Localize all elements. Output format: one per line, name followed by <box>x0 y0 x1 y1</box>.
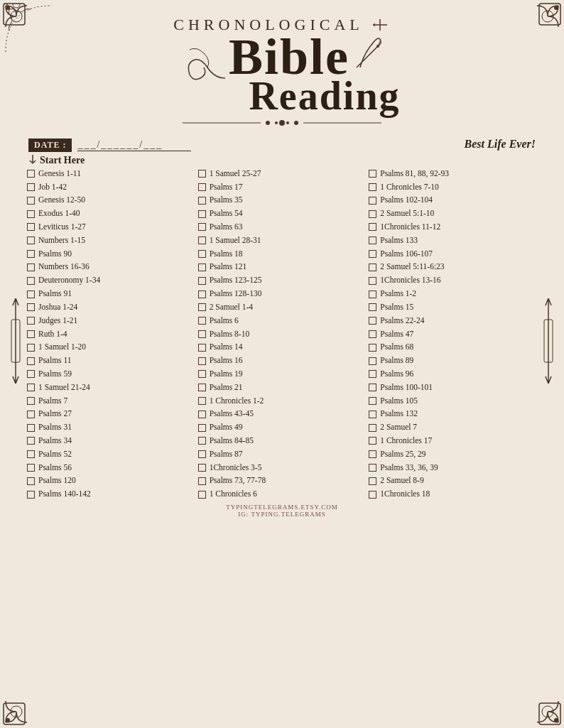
reading-checkbox[interactable] <box>198 170 206 178</box>
reading-checkbox[interactable] <box>27 290 35 298</box>
reading-checkbox[interactable] <box>198 183 206 191</box>
reading-checkbox[interactable] <box>27 464 35 472</box>
reading-checkbox[interactable] <box>369 411 376 418</box>
list-item: Psalms 47 <box>369 328 537 341</box>
reading-checkbox[interactable] <box>27 384 35 391</box>
reading-checkbox[interactable] <box>27 223 35 231</box>
svg-point-5 <box>555 6 559 10</box>
list-item: 1Chronicles 13-16 <box>369 274 537 287</box>
list-item: Judges 1-21 <box>27 315 195 327</box>
reading-checkbox[interactable] <box>198 357 206 365</box>
reading-item-text: Psalms 121 <box>210 261 247 273</box>
svg-point-11 <box>555 719 559 723</box>
reading-checkbox[interactable] <box>198 477 206 485</box>
reading-item-text: Genesis 1-11 <box>38 168 81 180</box>
reading-checkbox[interactable] <box>27 317 35 325</box>
reading-checkbox[interactable] <box>369 424 376 432</box>
reading-checkbox[interactable] <box>369 477 376 485</box>
reading-checkbox[interactable] <box>369 384 376 391</box>
list-item: 1Chronicles 11-12 <box>369 221 537 234</box>
reading-checkbox[interactable] <box>27 277 35 285</box>
list-item: Psalms 68 <box>369 341 537 354</box>
reading-checkbox[interactable] <box>27 183 35 191</box>
reading-checkbox[interactable] <box>27 330 35 338</box>
reading-checkbox[interactable] <box>369 170 376 178</box>
reading-checkbox[interactable] <box>369 370 376 378</box>
reading-checkbox[interactable] <box>369 357 376 365</box>
reading-checkbox[interactable] <box>198 210 206 218</box>
reading-checkbox[interactable] <box>198 384 206 391</box>
reading-checkbox[interactable] <box>198 491 206 499</box>
reading-checkbox[interactable] <box>27 197 35 205</box>
reading-checkbox[interactable] <box>369 183 376 191</box>
reading-checkbox[interactable] <box>369 330 376 338</box>
reading-checkbox[interactable] <box>27 237 35 244</box>
reading-checkbox[interactable] <box>369 344 376 352</box>
reading-checkbox[interactable] <box>27 357 35 365</box>
reading-checkbox[interactable] <box>198 450 206 458</box>
reading-checkbox[interactable] <box>27 370 35 378</box>
reading-checkbox[interactable] <box>369 317 376 325</box>
reading-checkbox[interactable] <box>198 223 206 231</box>
list-item: 1 Samuel 25-27 <box>198 168 367 180</box>
reading-checkbox[interactable] <box>369 437 376 445</box>
reading-checkbox[interactable] <box>198 424 206 432</box>
reading-checkbox[interactable] <box>27 477 35 485</box>
reading-checkbox[interactable] <box>369 277 376 285</box>
reading-checkbox[interactable] <box>369 237 376 244</box>
reading-checkbox[interactable] <box>198 197 206 205</box>
reading-checkbox[interactable] <box>369 210 376 218</box>
reading-checkbox[interactable] <box>27 491 35 499</box>
reading-checkbox[interactable] <box>369 303 376 311</box>
reading-checkbox[interactable] <box>198 250 206 258</box>
reading-checkbox[interactable] <box>27 450 35 458</box>
reading-checkbox[interactable] <box>27 170 35 178</box>
reading-checkbox[interactable] <box>369 397 376 405</box>
reading-checkbox[interactable] <box>27 264 35 271</box>
reading-checkbox[interactable] <box>198 303 206 311</box>
reading-checkbox[interactable] <box>27 210 35 218</box>
reading-checkbox[interactable] <box>27 437 35 445</box>
reading-checkbox[interactable] <box>369 450 376 458</box>
reading-checkbox[interactable] <box>198 397 206 405</box>
reading-checkbox[interactable] <box>369 223 376 231</box>
reading-checkbox[interactable] <box>198 317 206 325</box>
reading-item-text: 1 Chronicles 17 <box>380 435 432 447</box>
reading-checkbox[interactable] <box>369 491 376 499</box>
column-2: 1 Samuel 25-27Psalms 17Psalms 35Psalms 5… <box>198 168 367 501</box>
reading-checkbox[interactable] <box>369 290 376 298</box>
list-item: 1 Chronicles 17 <box>369 435 537 447</box>
list-item: Psalms 59 <box>27 368 195 381</box>
reading-checkbox[interactable] <box>198 237 206 244</box>
footer: TYPINGTELEGRAMS.ETSY.COM IG: TYPING.TELE… <box>14 504 550 518</box>
list-item: Psalms 35 <box>198 194 367 207</box>
reading-checkbox[interactable] <box>369 464 376 472</box>
list-item: Psalms 6 <box>198 315 367 327</box>
reading-checkbox[interactable] <box>198 264 206 271</box>
reading-item-text: Leviticus 1-27 <box>38 221 86 234</box>
reading-checkbox[interactable] <box>198 370 206 378</box>
list-item: 1 Chronicles 7-10 <box>369 181 537 194</box>
reading-checkbox[interactable] <box>27 303 35 311</box>
reading-checkbox[interactable] <box>198 290 206 298</box>
reading-checkbox[interactable] <box>369 250 376 258</box>
list-item: 2 Samuel 7 <box>369 421 537 434</box>
reading-checkbox[interactable] <box>27 250 35 258</box>
reading-checkbox[interactable] <box>198 277 206 285</box>
list-item: Psalms 90 <box>27 248 195 261</box>
reading-checkbox[interactable] <box>369 197 376 205</box>
reading-checkbox[interactable] <box>27 424 35 432</box>
reading-checkbox[interactable] <box>27 411 35 418</box>
reading-checkbox[interactable] <box>198 464 206 472</box>
reading-checkbox[interactable] <box>198 411 206 418</box>
reading-checkbox[interactable] <box>27 344 35 352</box>
reading-item-text: Psalms 43-45 <box>210 408 254 420</box>
reading-checkbox[interactable] <box>198 437 206 445</box>
reading-item-text: Psalms 16 <box>210 354 243 367</box>
reading-checkbox[interactable] <box>27 397 35 405</box>
reading-item-text: Psalms 18 <box>210 248 243 261</box>
reading-checkbox[interactable] <box>369 264 376 271</box>
reading-item-text: Numbers 16-36 <box>38 261 90 273</box>
reading-checkbox[interactable] <box>198 330 206 338</box>
reading-checkbox[interactable] <box>198 344 206 352</box>
